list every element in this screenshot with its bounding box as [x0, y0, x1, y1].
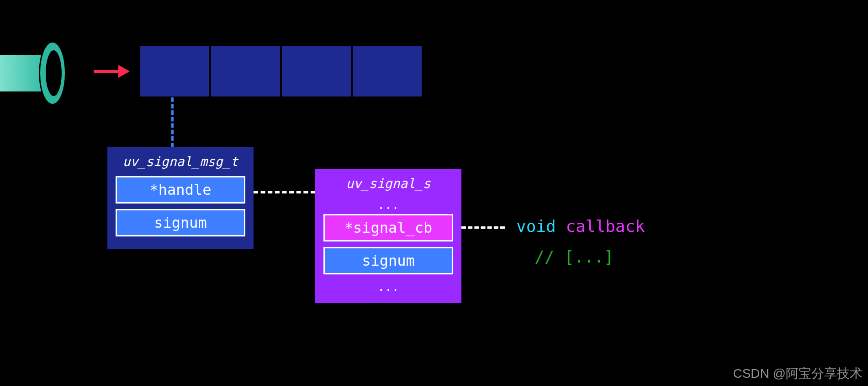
pipe-icon: [0, 41, 73, 105]
uv-signal-s-struct: uv_signal_s ... *signal_cb signum ...: [315, 169, 461, 303]
queue-cell: [210, 45, 281, 97]
connector-queue-to-msg: [171, 97, 174, 147]
connector-cb-to-code: [461, 226, 505, 229]
ellipsis: ...: [323, 198, 453, 212]
queue-cell: [352, 45, 423, 97]
keyword-void: void: [516, 217, 556, 236]
struct-title: uv_signal_msg_t: [116, 154, 245, 169]
callback-code: void callback // [...]: [516, 211, 645, 272]
uv-signal-msg-t-struct: uv_signal_msg_t *handle signum: [107, 147, 254, 249]
code-comment: // [...]: [535, 242, 645, 273]
field-signal-cb: *signal_cb: [323, 214, 453, 241]
keyword-callback: callback: [566, 217, 645, 236]
watermark: CSDN @阿宝分享技术: [733, 365, 863, 382]
connector-handle-to-signal: [254, 191, 315, 193]
queue-cell: [139, 45, 210, 97]
field-signum: signum: [116, 209, 245, 236]
queue-cell: [281, 45, 352, 97]
field-handle: *handle: [116, 176, 245, 204]
field-signum: signum: [323, 247, 453, 274]
queue-cells: [139, 45, 423, 97]
ellipsis: ...: [323, 280, 453, 294]
struct-title: uv_signal_s: [323, 176, 453, 191]
